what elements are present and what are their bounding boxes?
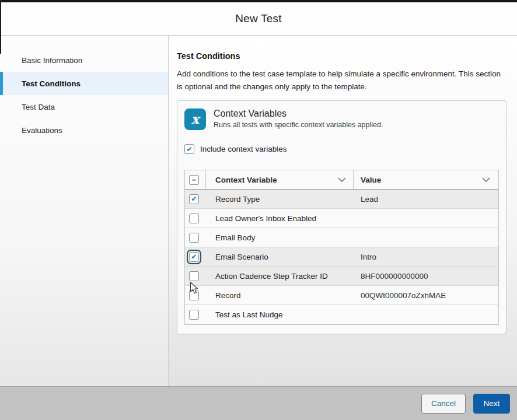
section-heading: Test Conditions — [177, 51, 507, 61]
row-checkbox[interactable] — [189, 233, 199, 243]
new-test-modal: New Test Basic Information Test Conditio… — [0, 0, 517, 420]
content-pane: Test Conditions Add conditions to the te… — [169, 36, 517, 386]
section-description: Add conditions to the test case template… — [177, 68, 506, 93]
card-header: x Context Variables Runs all tests with … — [184, 108, 499, 130]
variable-x-glyph: x — [191, 113, 199, 125]
context-variables-table: Context Variable Value — [184, 170, 499, 325]
row-context-variable: Email Body — [206, 233, 354, 242]
row-checkbox[interactable] — [189, 194, 199, 204]
include-context-variables-label: Include context variables — [200, 145, 287, 153]
modal-header: New Test — [0, 2, 517, 36]
row-value: Lead — [354, 195, 498, 204]
context-variables-table-body: Record Type Lead Lead Owner's Inbox Enab… — [185, 190, 498, 324]
table-row-record-type[interactable]: Record Type Lead — [185, 190, 498, 209]
row-context-variable: Record Type — [206, 195, 354, 204]
next-button[interactable]: Next — [473, 394, 510, 414]
card-subtitle: Runs all tests with specific context var… — [214, 121, 383, 129]
table-row-lead-owner-s-inbox-enabled[interactable]: Lead Owner's Inbox Enabled — [185, 209, 498, 228]
row-context-variable: Email Scenario — [206, 253, 354, 261]
sidebar-item-test-conditions[interactable]: Test Conditions — [0, 72, 168, 95]
header-context-variable: Context Variable — [206, 170, 354, 189]
row-checkbox[interactable] — [189, 252, 199, 262]
include-context-variables-row: Include context variables — [184, 144, 499, 154]
row-value: 8HF000000000000 — [354, 272, 498, 281]
chevron-down-icon[interactable] — [337, 176, 347, 183]
modal-footer: Cancel Next — [0, 386, 517, 420]
select-all-checkbox[interactable] — [189, 175, 199, 185]
table-header-row: Context Variable Value — [185, 170, 498, 190]
sidebar-item-evaluations[interactable]: Evaluations — [0, 118, 168, 142]
sidebar-nav: Basic Information Test Conditions Test D… — [0, 36, 169, 386]
chevron-down-icon[interactable] — [481, 176, 491, 183]
card-header-text: Context Variables Runs all tests with sp… — [214, 108, 383, 129]
variable-x-icon: x — [184, 108, 206, 130]
left-edge-artifact — [0, 0, 1, 54]
row-checkbox[interactable] — [189, 214, 199, 223]
modal-title: New Test — [235, 12, 281, 25]
table-row-record[interactable]: Record 00QWt000007oZxhMAE — [185, 286, 498, 305]
header-value-label: Value — [361, 176, 381, 184]
sidebar-item-test-data[interactable]: Test Data — [0, 95, 168, 118]
row-checkbox[interactable] — [189, 271, 199, 281]
header-checkbox-cell — [185, 170, 206, 189]
context-variables-card: x Context Variables Runs all tests with … — [177, 100, 506, 334]
table-row-test-as-last-nudge[interactable]: Test as Last Nudge — [185, 305, 498, 324]
header-value: Value — [354, 170, 498, 189]
row-checkbox[interactable] — [189, 290, 199, 300]
header-context-variable-label: Context Variable — [215, 176, 277, 184]
row-context-variable: Record — [206, 291, 354, 300]
row-context-variable: Lead Owner's Inbox Enabled — [206, 214, 354, 223]
include-context-variables-checkbox[interactable] — [184, 144, 194, 154]
table-row-email-scenario[interactable]: Email Scenario Intro — [185, 247, 498, 267]
cancel-button[interactable]: Cancel — [421, 394, 466, 414]
sidebar-item-basic-information[interactable]: Basic Information — [0, 48, 168, 72]
row-context-variable: Action Cadence Step Tracker ID — [206, 272, 354, 281]
table-row-email-body[interactable]: Email Body — [185, 228, 498, 247]
row-value: Intro — [354, 253, 498, 261]
modal-body: Basic Information Test Conditions Test D… — [0, 36, 517, 386]
row-context-variable: Test as Last Nudge — [206, 310, 354, 319]
card-title: Context Variables — [214, 108, 383, 119]
row-checkbox[interactable] — [189, 310, 199, 320]
row-value: 00QWt000007oZxhMAE — [354, 291, 498, 300]
table-row-action-cadence-step-tracker-id[interactable]: Action Cadence Step Tracker ID 8HF000000… — [185, 267, 498, 286]
